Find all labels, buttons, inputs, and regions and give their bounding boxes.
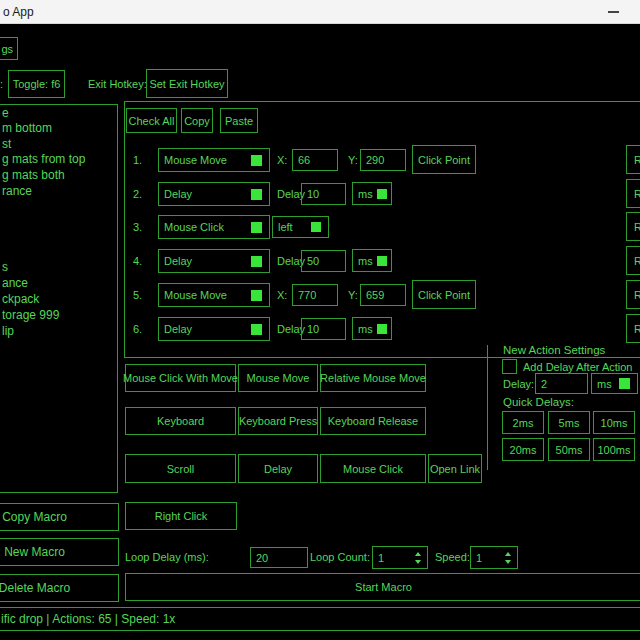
toggle-hotkey-button[interactable]: Toggle: f6 — [8, 70, 65, 98]
add-delay-checkbox[interactable] — [502, 359, 517, 374]
add-scroll-button[interactable]: Scroll — [125, 454, 236, 483]
loop-delay-label: Loop Delay (ms): — [125, 551, 209, 563]
add-keyboard-release-button[interactable]: Keyboard Release — [320, 407, 426, 435]
dropdown-indicator-icon — [377, 324, 387, 334]
dropdown-indicator-icon — [619, 378, 630, 389]
action-number: 3. — [133, 212, 142, 242]
dropdown-indicator-icon — [377, 189, 387, 199]
toggle-hotkey-label: : — [0, 78, 3, 90]
window-title: o App — [3, 0, 34, 24]
delay-unit-dropdown[interactable]: ms — [352, 182, 392, 205]
action-type-dropdown[interactable]: Delay — [158, 317, 270, 341]
delay-value: 50 — [307, 255, 319, 267]
x-input[interactable]: 66 — [292, 149, 338, 171]
set-exit-hotkey-button[interactable]: Set Exit Hotkey — [146, 69, 228, 98]
add-right-click-button[interactable]: Right Click — [125, 502, 237, 530]
copy-macro-button[interactable]: Copy Macro — [0, 503, 119, 531]
action-number: 2. — [133, 179, 142, 209]
quick-delay-10ms-button[interactable]: 10ms — [593, 411, 635, 434]
delay-input[interactable]: 10 — [301, 318, 346, 340]
action-type-dropdown[interactable]: Mouse Move — [158, 283, 270, 307]
button-label: Mouse Move — [247, 372, 310, 384]
action-type-value: Delay — [164, 188, 192, 200]
delay-unit-value: ms — [358, 188, 373, 200]
loop-delay-input[interactable]: 20 — [250, 547, 308, 568]
delay-input[interactable]: 10 — [301, 183, 346, 205]
tab-settings[interactable]: gs — [0, 37, 18, 60]
dropdown-indicator-icon — [251, 324, 262, 335]
mouse-button-dropdown[interactable]: left — [272, 216, 329, 238]
quick-delay-2ms-button[interactable]: 2ms — [502, 411, 544, 434]
new-delay-input[interactable]: 2 — [535, 373, 588, 394]
add-relative-mouse-move-button[interactable]: Relative Mouse Move — [320, 364, 426, 392]
action-type-value: Delay — [164, 255, 192, 267]
delete-macro-button[interactable]: Delete Macro — [0, 574, 119, 602]
speed-spinner[interactable]: 1 — [470, 546, 518, 569]
new-macro-button[interactable]: New Macro — [0, 538, 119, 566]
remove-action-button[interactable]: R — [626, 145, 640, 174]
y-input[interactable]: 290 — [360, 149, 406, 171]
minimize-icon — [608, 11, 619, 13]
add-open-link-button[interactable]: Open Link — [428, 454, 482, 483]
mouse-button-value: left — [278, 221, 293, 233]
spin-down-icon[interactable] — [415, 560, 421, 564]
spin-down-icon[interactable] — [505, 560, 511, 564]
speed-label: Speed: — [435, 551, 470, 563]
action-row: 3. Mouse Click left R — [0, 212, 640, 242]
paste-button[interactable]: Paste — [220, 108, 258, 133]
remove-action-button[interactable]: R — [626, 246, 640, 275]
add-keyboard-button[interactable]: Keyboard — [125, 407, 236, 435]
remove-action-button[interactable]: R — [626, 280, 640, 309]
add-delay-button[interactable]: Delay — [238, 454, 318, 483]
remove-action-button[interactable]: R — [626, 314, 640, 343]
button-label: Delay — [264, 463, 292, 475]
copy-button[interactable]: Copy — [181, 108, 213, 133]
action-type-dropdown[interactable]: Mouse Click — [158, 215, 270, 239]
x-input[interactable]: 770 — [292, 284, 338, 306]
action-type-dropdown[interactable]: Mouse Move — [158, 148, 270, 172]
add-keyboard-press-button[interactable]: Keyboard Press — [238, 407, 318, 435]
spin-up-icon[interactable] — [505, 552, 511, 556]
spin-up-icon[interactable] — [415, 552, 421, 556]
y-label: Y: — [348, 145, 358, 175]
new-delay-value: 2 — [541, 378, 547, 390]
new-delay-unit-value: ms — [597, 378, 612, 390]
new-action-settings-title: New Action Settings — [503, 344, 605, 356]
delay-input[interactable]: 50 — [301, 250, 346, 272]
y-input[interactable]: 659 — [360, 284, 406, 306]
quick-delay-20ms-button[interactable]: 20ms — [502, 438, 544, 461]
start-macro-button[interactable]: Start Macro — [125, 573, 640, 601]
loop-count-spinner[interactable]: 1 — [372, 546, 428, 569]
action-number: 6. — [133, 314, 142, 344]
copy-macro-label: Copy Macro — [2, 510, 67, 524]
add-mouse-click-with-move-button[interactable]: Mouse Click With Move — [125, 364, 236, 392]
macro-list-item[interactable]: m bottom — [2, 121, 52, 136]
remove-action-button[interactable]: R — [626, 212, 640, 241]
delay-unit-value: ms — [358, 255, 373, 267]
check-all-label: Check All — [129, 115, 175, 127]
macro-list-item[interactable]: e — [2, 106, 9, 121]
button-label: Keyboard Release — [328, 415, 419, 427]
action-type-dropdown[interactable]: Delay — [158, 249, 270, 273]
action-row: 5. Mouse Move X: 770 Y: 659 Click Point … — [0, 280, 640, 310]
add-mouse-click-button[interactable]: Mouse Click — [320, 454, 426, 483]
click-point-button[interactable]: Click Point — [412, 145, 476, 174]
minimize-button[interactable] — [590, 0, 636, 24]
quick-delay-50ms-button[interactable]: 50ms — [548, 438, 590, 461]
action-type-value: Delay — [164, 323, 192, 335]
action-number: 5. — [133, 280, 142, 310]
remove-action-button[interactable]: R — [626, 179, 640, 208]
click-point-button[interactable]: Click Point — [412, 280, 476, 309]
delay-unit-dropdown[interactable]: ms — [352, 317, 392, 340]
new-delay-unit-dropdown[interactable]: ms — [591, 373, 638, 394]
action-type-value: Mouse Move — [164, 154, 227, 166]
quick-delay-5ms-button[interactable]: 5ms — [548, 411, 590, 434]
quick-delay-100ms-button[interactable]: 100ms — [593, 438, 635, 461]
delay-unit-dropdown[interactable]: ms — [352, 249, 392, 272]
add-mouse-move-button[interactable]: Mouse Move — [238, 364, 318, 392]
dropdown-indicator-icon — [377, 256, 387, 266]
loop-count-value: 1 — [378, 552, 384, 564]
button-label: Mouse Click With Move — [123, 372, 238, 384]
check-all-button[interactable]: Check All — [126, 108, 177, 133]
action-type-dropdown[interactable]: Delay — [158, 182, 270, 206]
